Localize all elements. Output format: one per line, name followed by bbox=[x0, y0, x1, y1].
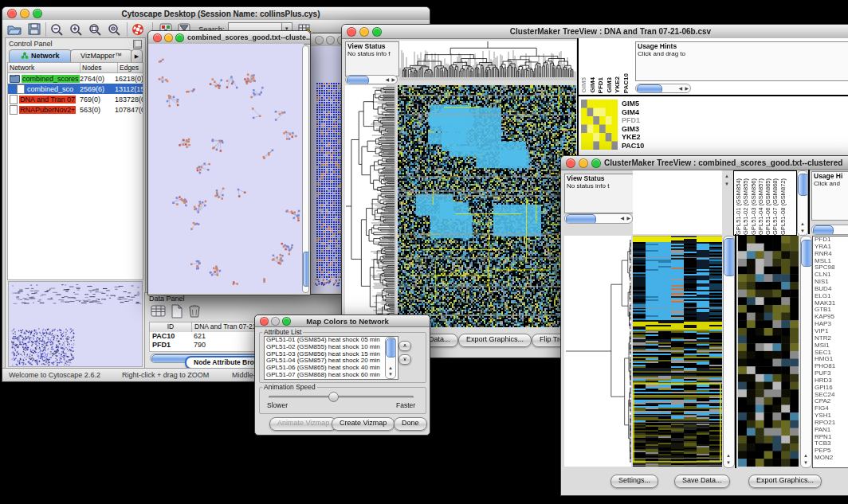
scroll-thumb[interactable] bbox=[303, 252, 309, 287]
row-gene-label[interactable]: YKE2 bbox=[622, 133, 669, 142]
open-file-icon[interactable] bbox=[6, 22, 22, 36]
attribute-item[interactable]: GPL51-04 (GSM857) heat shock 20 min bbox=[266, 357, 398, 365]
animation-slider-track[interactable] bbox=[269, 396, 414, 398]
scroll-thumb[interactable] bbox=[801, 240, 812, 267]
gene-label[interactable]: YSH1 bbox=[815, 412, 848, 420]
save-icon[interactable] bbox=[27, 22, 42, 36]
scroll-left-icon[interactable]: ◀ bbox=[620, 216, 624, 221]
gene-label[interactable]: PEP5 bbox=[815, 447, 848, 455]
gene-label[interactable]: PAN1 bbox=[815, 427, 848, 434]
dialog-titlebar[interactable]: Map Colors to Network bbox=[255, 315, 430, 327]
gene-label[interactable]: MSI1 bbox=[815, 342, 848, 350]
network-vscrollbar[interactable] bbox=[302, 45, 309, 293]
column-gene-label[interactable]: PAC10 bbox=[622, 73, 631, 93]
gene-label[interactable]: MAK31 bbox=[815, 300, 848, 307]
gene-label[interactable]: PHO81 bbox=[815, 363, 848, 370]
gene-label[interactable]: RNR4 bbox=[815, 251, 848, 258]
attribute-item[interactable]: GPL51-07 (GSM868) heat shock 60 min bbox=[266, 372, 398, 379]
gene-label[interactable]: HAP3 bbox=[815, 321, 848, 328]
attribute-vscrollbar[interactable]: ▲ ▼ bbox=[385, 337, 396, 379]
network-titlebar[interactable]: combined_scores_good.txt--cluste... bbox=[148, 31, 310, 45]
treeview2-row-dendrogram[interactable] bbox=[564, 236, 631, 467]
scroll-down-icon[interactable]: ▼ bbox=[388, 372, 393, 377]
close-button[interactable] bbox=[347, 27, 356, 37]
scroll-down-icon[interactable]: ▼ bbox=[800, 229, 805, 233]
network2-canvas[interactable] bbox=[310, 46, 344, 292]
gene-label[interactable]: GTB1 bbox=[815, 307, 848, 314]
animate-vizmap-button[interactable]: Animate Vizmap bbox=[269, 417, 337, 431]
scroll-thumb[interactable] bbox=[798, 174, 808, 196]
create-vizmap-button[interactable]: Create Vizmap bbox=[332, 417, 395, 431]
column-gene-label[interactable]: GIM3 bbox=[606, 77, 614, 93]
gene-label[interactable]: PUF3 bbox=[815, 370, 848, 377]
scroll-up-icon[interactable]: ▲ bbox=[803, 453, 808, 458]
gene-label[interactable]: BUD4 bbox=[815, 286, 848, 293]
treeview2-settings-button[interactable]: Settings... bbox=[610, 475, 658, 488]
treeview1-heatmap[interactable] bbox=[398, 85, 576, 327]
column-gene-label[interactable]: GIM4 bbox=[589, 77, 598, 93]
gene-label[interactable]: FIG4 bbox=[815, 405, 848, 412]
attribute-item[interactable]: GPL51-03 (GSM856) heat shock 15 min bbox=[266, 351, 398, 358]
gene-label[interactable]: CPA2 bbox=[815, 398, 848, 405]
move-down-button[interactable]: ∨ bbox=[398, 354, 411, 365]
treeview1-status-hscrollbar[interactable]: ◀ ▶ bbox=[345, 75, 398, 84]
treeview2-export-graphics-button[interactable]: Export Graphics... bbox=[748, 475, 822, 488]
row-gene-label[interactable]: GIM5 bbox=[622, 100, 669, 108]
gene-label[interactable]: KAP95 bbox=[815, 314, 848, 321]
gene-label[interactable]: ELG1 bbox=[815, 293, 848, 300]
column-gene-label[interactable]: PFD1 bbox=[597, 77, 606, 93]
treeview2-status-hscrollbar[interactable]: ◀ ▶ bbox=[564, 213, 633, 224]
zoom-button[interactable] bbox=[175, 33, 184, 42]
zoom-fit-icon[interactable] bbox=[107, 22, 124, 37]
delete-attribute-trash-icon[interactable] bbox=[187, 304, 202, 318]
attribute-select-icon[interactable] bbox=[151, 304, 167, 318]
row-gene-label[interactable]: PFD1 bbox=[622, 116, 669, 125]
minimize-button[interactable] bbox=[579, 158, 588, 168]
gene-label[interactable]: MON2 bbox=[815, 455, 848, 462]
row-gene-label[interactable]: PAC10 bbox=[622, 142, 669, 150]
scroll-thumb[interactable] bbox=[813, 225, 834, 235]
network-row[interactable]: DNA and Tran 07 769(0) 183728(0) bbox=[8, 94, 143, 104]
scroll-right-icon[interactable]: ▶ bbox=[391, 77, 395, 82]
scroll-down-icon[interactable]: ▼ bbox=[724, 182, 729, 186]
array-column-label[interactable]: GPL51-03 (GSM856) bbox=[750, 178, 757, 235]
gene-label[interactable]: RPN1 bbox=[815, 434, 848, 441]
array-column-label[interactable]: GPL51-04 (GSM857) bbox=[757, 178, 764, 235]
scroll-down-icon[interactable]: ▼ bbox=[726, 460, 731, 465]
scroll-thumb[interactable] bbox=[386, 338, 396, 357]
array-column-label[interactable]: GPL51-01 (GSM854) bbox=[735, 178, 742, 235]
animation-slider-thumb[interactable] bbox=[328, 392, 339, 402]
gene-label[interactable]: SPC98 bbox=[815, 264, 848, 272]
treeview1-row-dendrogram[interactable] bbox=[345, 85, 396, 327]
zoom-button[interactable] bbox=[591, 158, 601, 168]
scroll-up-icon[interactable]: ▲ bbox=[800, 221, 805, 226]
treeview2-zoom-heatmap[interactable] bbox=[738, 236, 799, 467]
zoom-in-icon[interactable] bbox=[69, 22, 85, 37]
scroll-left-icon[interactable]: ◀ bbox=[678, 86, 682, 91]
gene-label[interactable]: CLN1 bbox=[815, 272, 848, 279]
gene-label[interactable]: MSL1 bbox=[815, 258, 848, 265]
close-button[interactable] bbox=[315, 36, 324, 45]
attribute-item[interactable]: GPL51-02 (GSM855) heat shock 10 min bbox=[266, 344, 398, 351]
minimize-button[interactable] bbox=[359, 27, 369, 37]
network-canvas[interactable] bbox=[148, 44, 304, 293]
gene-label[interactable]: YRA1 bbox=[815, 244, 848, 251]
scroll-up-icon[interactable]: ▲ bbox=[726, 453, 731, 458]
scroll-down-icon[interactable]: ▼ bbox=[803, 460, 808, 465]
scroll-thumb[interactable] bbox=[724, 238, 735, 276]
gene-label[interactable]: SEC24 bbox=[815, 392, 848, 399]
network-row[interactable]: combined_sco 2569(6) 13112(15) bbox=[8, 84, 143, 94]
attribute-item[interactable]: GPL51-06 (GSM865) heat shock 40 min bbox=[266, 365, 398, 372]
treeview2-titlebar[interactable]: ClusterMaker TreeView : combined_scores_… bbox=[561, 156, 848, 170]
gene-label[interactable]: NIS1 bbox=[815, 279, 848, 286]
treeview2-heatmap-vscrollbar[interactable]: ▲ ▼ bbox=[723, 236, 735, 468]
zoom-button[interactable] bbox=[33, 9, 42, 18]
close-button[interactable] bbox=[7, 9, 17, 18]
gene-label[interactable]: GPI16 bbox=[815, 385, 848, 392]
network-row[interactable]: RNAPuberNov2+ 563(0) 107847(0) bbox=[8, 104, 143, 115]
array-column-label[interactable]: GPL51-02 (GSM855) bbox=[742, 178, 749, 235]
gene-label[interactable]: VIP1 bbox=[815, 328, 848, 335]
done-button[interactable]: Done bbox=[394, 417, 427, 431]
column-gene-label[interactable]: YKE2 bbox=[614, 76, 622, 93]
row-gene-label[interactable]: GIM3 bbox=[622, 125, 669, 134]
